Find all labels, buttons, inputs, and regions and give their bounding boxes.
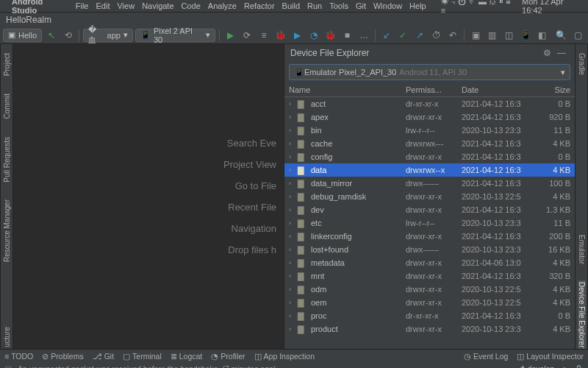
device-dropdown[interactable]: 📱 Emulator Pixel_2_API_30Android 11, API… — [289, 64, 570, 80]
run-icon[interactable]: ▶ — [223, 28, 238, 43]
tab-profiler[interactable]: ◔ Profiler — [211, 352, 245, 361]
sidebar-pull-requests[interactable]: Pull Requests — [3, 135, 11, 184]
file-row-product[interactable]: ›▇productdrwxr-xr-x2020-10-13 23:34 KB — [284, 322, 575, 336]
expand-icon[interactable]: › — [289, 113, 298, 121]
expand-icon[interactable]: › — [289, 286, 298, 293]
file-row-cache[interactable]: ›▇cachedrwxrwx---2021-04-12 16:34 KB — [284, 137, 575, 150]
expand-icon[interactable]: › — [289, 325, 298, 333]
file-row-config[interactable]: ›▇configdrwxr-xr-x2021-04-12 16:30 B — [284, 150, 575, 163]
expand-icon[interactable]: › — [289, 166, 298, 174]
file-row-lost+found[interactable]: ›▇lost+founddrwx------2020-10-13 23:316 … — [284, 243, 575, 256]
col-size[interactable]: Size — [541, 85, 570, 94]
menu-run[interactable]: Run — [307, 1, 322, 10]
face-icon[interactable]: ☺ — [560, 364, 568, 368]
expand-icon[interactable]: › — [289, 259, 298, 266]
expand-icon[interactable]: › — [289, 299, 298, 306]
sidebar-resource-manager[interactable]: Resource Manager — [3, 198, 11, 263]
menu-analyze[interactable]: Analyze — [208, 1, 237, 10]
run-config-selector[interactable]: �血 app ▾ — [83, 29, 132, 42]
git-history-icon[interactable]: ⏱ — [429, 28, 444, 43]
file-row-linkerconfig[interactable]: ›▇linkerconfigdrwxr-xr-x2021-04-12 16:32… — [284, 230, 575, 243]
more-icon[interactable]: … — [356, 28, 371, 43]
col-date[interactable]: Date — [462, 85, 541, 94]
git-push-icon[interactable]: ↗ — [412, 28, 427, 43]
tab-event-log[interactable]: ◷ Event Log — [464, 352, 508, 361]
menu-refactor[interactable]: Refactor — [244, 1, 275, 10]
profile-icon[interactable]: ◔ — [306, 28, 321, 43]
tab-logcat[interactable]: ≣ Logcat — [171, 352, 203, 361]
coverage-icon[interactable]: ▶ — [290, 28, 305, 43]
file-row-etc[interactable]: ›▇etclrw-r--r--2020-10-13 23:311 B — [284, 216, 575, 230]
sidebar-device-file-explorer[interactable]: Device File Explorer — [578, 280, 586, 349]
expand-icon[interactable]: › — [289, 140, 298, 147]
sidebar-project[interactable]: Project — [3, 52, 11, 77]
expand-icon[interactable]: › — [289, 193, 298, 200]
menu-help[interactable]: Help — [409, 1, 426, 10]
apply-code-icon[interactable]: ≡ — [257, 28, 271, 43]
file-row-data[interactable]: ›▇datadrwxrwx--x2021-04-12 16:34 KB — [284, 163, 575, 177]
sidebar-commit[interactable]: Commit — [3, 92, 11, 120]
file-row-dev[interactable]: ›▇devdrwxr-xr-x2021-04-12 16:31.3 KB — [284, 203, 575, 216]
file-row-metadata[interactable]: ›▇metadatadrwxr-xr-x2021-04-06 13:04 KB — [284, 256, 575, 269]
tab-app-inspection[interactable]: ◫ App Inspection — [254, 352, 315, 361]
git-rollback-icon[interactable]: ↶ — [446, 28, 461, 43]
git-commit-icon[interactable]: ✓ — [396, 28, 411, 43]
tree-header[interactable]: Name Permiss... Date Size — [284, 82, 575, 97]
col-name[interactable]: Name — [289, 85, 406, 94]
minimize-icon[interactable]: — — [554, 46, 569, 60]
menu-tools[interactable]: Tools — [329, 1, 348, 10]
file-row-data_mirror[interactable]: ›▇data_mirrordrwx------2021-04-12 16:310… — [284, 177, 575, 190]
col-permissions[interactable]: Permiss... — [406, 85, 462, 94]
expand-icon[interactable]: › — [289, 272, 298, 280]
expand-icon[interactable]: › — [289, 127, 298, 134]
gear-icon[interactable]: ⚙ — [539, 46, 554, 60]
sidebar-structure[interactable]: ucture — [3, 325, 11, 349]
file-row-mnt[interactable]: ›▇mntdrwxr-xr-x2021-04-12 16:3320 B — [284, 269, 575, 283]
expand-icon[interactable]: › — [289, 312, 298, 319]
expand-icon[interactable]: › — [289, 206, 298, 213]
file-tree[interactable]: ›▇acctdr-xr-xr-x2021-04-12 16:30 B›▇apex… — [284, 97, 575, 349]
menu-file[interactable]: File — [76, 1, 89, 10]
project-tab[interactable]: HelloRealm — [6, 15, 51, 25]
tab-problems[interactable]: ⊘ Problems — [42, 352, 83, 361]
app-name[interactable]: Android Studio — [12, 0, 68, 15]
attach-debugger-icon[interactable]: 🐞 — [323, 28, 338, 43]
avd-manager-icon[interactable]: ▣ — [468, 28, 483, 43]
menu-window[interactable]: Window — [373, 1, 402, 10]
menu-build[interactable]: Build — [282, 1, 300, 10]
tab-terminal[interactable]: ▢ Terminal — [123, 352, 162, 361]
expand-icon[interactable]: › — [289, 100, 298, 107]
expand-icon[interactable]: › — [289, 233, 298, 240]
menu-navigate[interactable]: Navigate — [142, 1, 173, 10]
file-row-acct[interactable]: ›▇acctdr-xr-xr-x2021-04-12 16:30 B — [284, 97, 575, 110]
menu-edit[interactable]: Edit — [96, 1, 110, 10]
project-selector[interactable]: ▣ Hello — [3, 29, 42, 42]
file-row-apex[interactable]: ›▇apexdrwxr-xr-x2021-04-12 16:3920 B — [284, 110, 575, 124]
device-selector[interactable]: 📱 Pixel 2 API 30 ▾ — [135, 29, 215, 42]
file-row-odm[interactable]: ›▇odmdrwxr-xr-x2020-10-13 22:54 KB — [284, 283, 575, 296]
apply-changes-icon[interactable]: ⟳ — [240, 28, 254, 43]
sidebar-gradle[interactable]: Gradle — [578, 52, 586, 77]
sidebar-emulator[interactable]: Emulator — [578, 233, 586, 266]
sdk-manager-icon[interactable]: ▥ — [485, 28, 500, 43]
user-icon[interactable]: ▢ — [570, 28, 585, 43]
status-icon[interactable]: ▢ — [4, 364, 12, 368]
expand-icon[interactable]: › — [289, 180, 298, 187]
git-branch[interactable]: ⎇ develop — [515, 364, 554, 368]
file-row-oem[interactable]: ›▇oemdrwxr-xr-x2020-10-13 22:54 KB — [284, 296, 575, 309]
file-row-proc[interactable]: ›▇procdr-xr-xr-x2021-04-12 16:30 B — [284, 309, 575, 322]
tab-todo[interactable]: ≡ TODO — [4, 352, 33, 361]
tab-git[interactable]: ⎇ Git — [93, 352, 114, 361]
expand-icon[interactable]: › — [289, 219, 298, 227]
expand-icon[interactable]: › — [289, 153, 298, 160]
hammer-icon[interactable]: ↖ — [44, 28, 59, 43]
lock-icon[interactable]: 🔒 — [574, 364, 584, 369]
sync-icon[interactable]: ⟲ — [61, 28, 76, 43]
menu-view[interactable]: View — [117, 1, 135, 10]
menu-git[interactable]: Git — [356, 1, 366, 10]
file-row-debug_ramdisk[interactable]: ›▇debug_ramdiskdrwxr-xr-x2020-10-13 22:5… — [284, 190, 575, 203]
tab-layout-inspector[interactable]: ◫ Layout Inspector — [517, 352, 584, 361]
stop-icon[interactable]: ■ — [340, 28, 355, 43]
layout-inspector-icon[interactable]: ◧ — [535, 28, 550, 43]
file-row-bin[interactable]: ›▇binlrw-r--r--2020-10-13 23:311 B — [284, 124, 575, 137]
